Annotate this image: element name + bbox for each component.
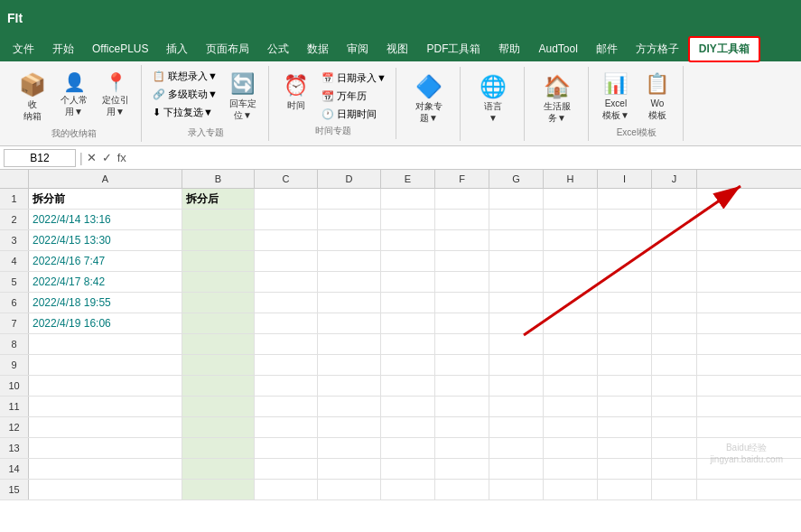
cell-9-A[interactable] (29, 355, 182, 375)
cell-11-A[interactable] (29, 397, 182, 416)
menu-item-AudTool[interactable]: AudTool (529, 39, 586, 59)
excel-template-btn[interactable]: 📊 Excel模板▼ (596, 68, 636, 125)
calendar-btn[interactable]: 📆 万年历 (318, 88, 390, 105)
menu-item-文件[interactable]: 文件 (4, 38, 43, 61)
row-header-14[interactable]: 14 (0, 459, 29, 479)
cell-6-F[interactable] (435, 293, 489, 313)
cell-8-I[interactable] (598, 334, 652, 354)
cell-3-H[interactable] (544, 230, 598, 250)
cell-3-E[interactable] (381, 230, 435, 250)
cell-8-H[interactable] (544, 334, 598, 354)
col-header-E[interactable]: E (381, 170, 435, 188)
cell-2-H[interactable] (544, 210, 598, 229)
cell-10-I[interactable] (598, 376, 652, 396)
cell-4-D[interactable] (318, 251, 381, 271)
cell-11-C[interactable] (255, 397, 318, 416)
cell-12-B[interactable] (182, 417, 255, 437)
cell-6-J[interactable] (652, 293, 697, 313)
row-header-4[interactable]: 4 (0, 251, 29, 271)
cell-13-I[interactable] (598, 438, 652, 458)
cell-1-H[interactable] (544, 189, 598, 209)
cell-4-B[interactable] (182, 251, 255, 271)
cell-7-D[interactable] (318, 313, 381, 333)
cell-14-B[interactable] (182, 459, 255, 479)
cell-2-C[interactable] (255, 210, 318, 229)
cell-6-E[interactable] (381, 293, 435, 313)
cell-8-F[interactable] (435, 334, 489, 354)
menu-item-数据[interactable]: 数据 (298, 38, 338, 61)
cell-8-G[interactable] (489, 334, 544, 354)
cell-15-J[interactable] (652, 480, 697, 499)
cell-5-H[interactable] (544, 272, 598, 292)
cell-3-D[interactable] (318, 230, 381, 250)
cell-12-J[interactable] (652, 417, 697, 437)
datetime-btn[interactable]: 🕐 日期时间 (318, 106, 390, 123)
cell-6-I[interactable] (598, 293, 652, 313)
language-btn[interactable]: 🌐 语言▼ (473, 69, 513, 127)
cell-13-C[interactable] (255, 438, 318, 458)
cell-14-I[interactable] (598, 459, 652, 479)
locate-btn[interactable]: 📍 定位引用▼ (96, 67, 135, 121)
cell-11-D[interactable] (318, 397, 381, 416)
cell-7-C[interactable] (255, 313, 318, 333)
time-btn[interactable]: ⏰ 时间 (276, 70, 316, 115)
menu-item-公式[interactable]: 公式 (258, 38, 298, 61)
cell-15-A[interactable] (29, 480, 182, 499)
menu-item-视图[interactable]: 视图 (377, 38, 417, 61)
cell-6-H[interactable] (544, 293, 598, 313)
cell-5-A[interactable]: 2022/4/17 8:42 (29, 272, 182, 292)
cell-12-F[interactable] (435, 417, 489, 437)
menu-item-审阅[interactable]: 审阅 (338, 38, 377, 61)
cell-10-B[interactable] (182, 376, 255, 396)
cell-2-F[interactable] (435, 210, 489, 229)
cell-10-D[interactable] (318, 376, 381, 396)
cell-9-G[interactable] (489, 355, 544, 375)
multi-link-btn[interactable]: 🔗 多级联动▼ (149, 86, 221, 103)
col-header-I[interactable]: I (598, 170, 652, 188)
cell-4-G[interactable] (489, 251, 544, 271)
cell-2-E[interactable] (381, 210, 435, 229)
cell-6-C[interactable] (255, 293, 318, 313)
col-header-B[interactable]: B (182, 170, 255, 188)
cell-14-J[interactable] (652, 459, 697, 479)
cell-9-J[interactable] (652, 355, 697, 375)
cell-2-J[interactable] (652, 210, 697, 229)
cell-5-I[interactable] (598, 272, 652, 292)
menu-item-开始[interactable]: 开始 (43, 38, 83, 61)
cell-11-I[interactable] (598, 397, 652, 416)
cell-4-J[interactable] (652, 251, 697, 271)
row-header-10[interactable]: 10 (0, 376, 29, 396)
cell-15-G[interactable] (489, 480, 544, 499)
cell-1-J[interactable] (652, 189, 697, 209)
cell-5-C[interactable] (255, 272, 318, 292)
cell-14-H[interactable] (544, 459, 598, 479)
row-header-5[interactable]: 5 (0, 272, 29, 292)
col-header-J[interactable]: J (652, 170, 697, 188)
cell-4-E[interactable] (381, 251, 435, 271)
word-template-btn[interactable]: 📋 Wo模板 (638, 68, 677, 125)
col-header-F[interactable]: F (435, 170, 489, 188)
menu-item-OfficePLUS[interactable]: OfficePLUS (83, 39, 157, 59)
cell-11-H[interactable] (544, 397, 598, 416)
row-header-9[interactable]: 9 (0, 355, 29, 375)
cell-13-G[interactable] (489, 438, 544, 458)
cell-1-F[interactable] (435, 189, 489, 209)
row-header-13[interactable]: 13 (0, 438, 29, 458)
cell-11-G[interactable] (489, 397, 544, 416)
cell-13-E[interactable] (381, 438, 435, 458)
menu-item-方方格子[interactable]: 方方格子 (627, 38, 688, 61)
cell-12-I[interactable] (598, 417, 652, 437)
cell-10-C[interactable] (255, 376, 318, 396)
cell-7-A[interactable]: 2022/4/19 16:06 (29, 313, 182, 333)
cell-5-D[interactable] (318, 272, 381, 292)
cell-6-D[interactable] (318, 293, 381, 313)
cell-3-A[interactable]: 2022/4/15 13:30 (29, 230, 182, 250)
cell-2-D[interactable] (318, 210, 381, 229)
cell-4-I[interactable] (598, 251, 652, 271)
cell-8-C[interactable] (255, 334, 318, 354)
cell-10-G[interactable] (489, 376, 544, 396)
cell-5-F[interactable] (435, 272, 489, 292)
cell-13-F[interactable] (435, 438, 489, 458)
cell-8-J[interactable] (652, 334, 697, 354)
cell-15-F[interactable] (435, 480, 489, 499)
